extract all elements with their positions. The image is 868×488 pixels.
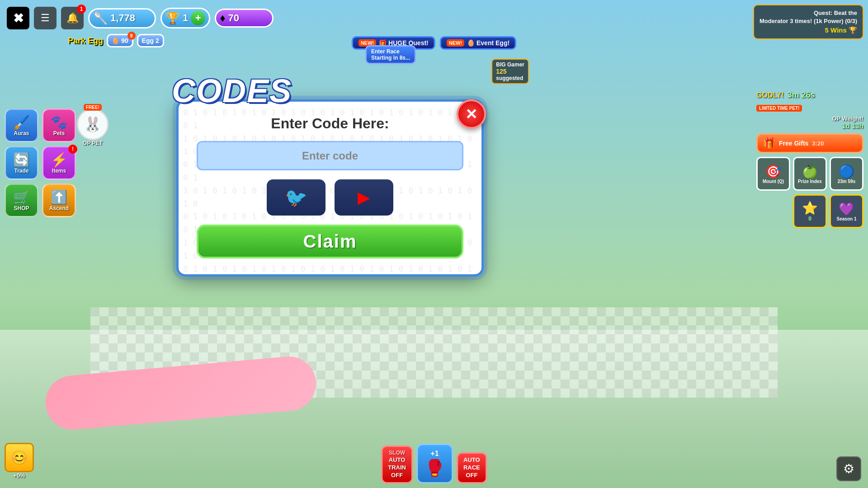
- roblox-logo: ✖: [7, 7, 29, 29]
- prize-timer-label: 23m 59s: [838, 179, 855, 184]
- shop-label: SHOP: [14, 205, 29, 211]
- notification-badge: 1: [77, 5, 86, 14]
- social-buttons: 🐦 ▶: [267, 179, 393, 216]
- items-button[interactable]: ⚡ Items !: [42, 146, 76, 180]
- pets-button[interactable]: 🐾 Pets: [42, 108, 76, 142]
- ascend-label: Ascend: [49, 205, 69, 211]
- trophy-value: 1: [183, 12, 188, 24]
- event-egg-label: 🥚 Event Egg!: [467, 39, 509, 47]
- op-pet-free-badge: FREE!: [84, 104, 102, 111]
- slow-auto-train-button[interactable]: SLOW AUTO TRAIN OFF: [381, 446, 413, 483]
- op-pet-label: OP PET: [83, 140, 103, 146]
- trade-label: Trade: [14, 168, 28, 174]
- auto-race-race: RACE: [463, 464, 480, 472]
- ascend-button[interactable]: ⬆️ Ascend: [42, 183, 76, 217]
- big-gamer-panel: BIG Gamer 125 suggested: [491, 59, 529, 84]
- mount-icon: 🎯: [765, 164, 781, 179]
- event-egg-button[interactable]: NEW! 🥚 Event Egg!: [440, 36, 516, 50]
- items-label: Items: [52, 168, 66, 174]
- coins-bar: 🥄 1,778: [88, 8, 156, 28]
- season-1-icon: 💜: [839, 202, 854, 216]
- op-weight-timer: 1d 13h: [756, 122, 863, 130]
- pets-icon: 🐾: [51, 114, 67, 130]
- prize-row: 🎯 Mount (Q) 🍏 Prize Index 🔵 23m 59s: [756, 157, 863, 191]
- ascend-icon: ⬆️: [51, 189, 67, 205]
- race-line2: Starting in 8s...: [371, 55, 410, 61]
- code-input[interactable]: [197, 141, 463, 170]
- plus1-icon: 🥊: [425, 459, 445, 478]
- enter-code-label: Enter Code Here:: [271, 115, 389, 132]
- prize-timer-icon: 🔵: [839, 164, 854, 179]
- codes-title-area: CODES: [172, 72, 292, 109]
- big-gamer-label: suggested: [496, 75, 524, 81]
- prize-index-label: Prize Index: [798, 179, 822, 184]
- egg-1-badge: 9: [127, 32, 136, 40]
- egg-1-icon: 🥚: [112, 37, 119, 44]
- notification-button[interactable]: 🔔 1: [61, 7, 84, 29]
- event-egg-new-badge: NEW!: [447, 39, 464, 47]
- coins-value: 1,778: [110, 12, 135, 24]
- plus1-label: +1: [430, 450, 439, 458]
- top-hud: ✖ ☰ 🔔 1 🥄 1,778 🏆 1 + ♦ 70: [0, 0, 868, 36]
- slow-label: SLOW: [388, 450, 406, 457]
- free-gifts-button[interactable]: 🎁 Free Gifts 3:20: [756, 133, 863, 153]
- menu-button[interactable]: ☰: [34, 7, 57, 29]
- big-gamer-name: BIG Gamer: [496, 61, 524, 68]
- codes-title: CODES: [172, 73, 292, 109]
- settings-icon: ⚙: [843, 461, 854, 476]
- right-panel: GODLY! 3m 26s LIMTED TIME PET! OP Weight…: [756, 90, 863, 228]
- prize-index-icon: 🍏: [802, 164, 818, 179]
- godly-timer: GODLY! 3m 26s: [756, 90, 863, 100]
- auto-label: AUTO: [388, 456, 406, 464]
- egg-item-1[interactable]: 🥚 90 9: [107, 34, 133, 47]
- season-1[interactable]: 💜 Season 1: [830, 194, 863, 228]
- youtube-icon: ▶: [358, 188, 370, 207]
- auto-race-auto: AUTO: [463, 456, 480, 464]
- park-eggs: Park Egg 🥚 90 9 Egg 2: [68, 34, 164, 47]
- left-sidebar: 🖌️ Auras 🐾 Pets 🔄 Trade ⚡ Items ! 🛒 SHOP…: [5, 108, 76, 217]
- limited-badge: LIMTED TIME PET!: [756, 103, 863, 112]
- avatar-percent: +0%: [5, 472, 34, 479]
- godly-timer-value: 3m 26s: [788, 90, 815, 100]
- auras-button[interactable]: 🖌️ Auras: [5, 108, 38, 142]
- trade-icon: 🔄: [13, 152, 30, 168]
- quest-sub: Moderator 3 times! (1k Power) (0/3): [760, 17, 857, 25]
- big-gamer-score: 125: [496, 68, 524, 75]
- auras-icon: 🖌️: [13, 114, 30, 130]
- gem-icon: ♦: [220, 12, 225, 24]
- gift-timer: 3:20: [812, 140, 824, 147]
- quest-text: Quest: Beat the: [760, 9, 857, 17]
- race-line1: Enter Race: [371, 48, 410, 55]
- trophy-icon: 🏆: [165, 11, 180, 25]
- season-star-icon: ⭐: [802, 201, 818, 216]
- twitter-button[interactable]: 🐦: [267, 179, 326, 216]
- codes-modal: CODES 0 1 0 1 0 1 0 1 0 1 0 1 0 1 0 1 0 …: [176, 99, 484, 277]
- shop-button[interactable]: 🛒 SHOP: [5, 183, 38, 217]
- twitter-icon: 🐦: [285, 187, 307, 208]
- season-stars[interactable]: ⭐ 0: [793, 194, 827, 228]
- season-row: ⭐ 0 💜 Season 1: [756, 194, 863, 228]
- season-star-count: 0: [808, 216, 811, 222]
- op-weight-panel: OP Weight! 1d 13h: [756, 115, 863, 130]
- bottom-center-buttons: SLOW AUTO TRAIN OFF +1 🥊 AUTO RACE OFF: [381, 444, 487, 483]
- settings-button[interactable]: ⚙: [836, 456, 861, 481]
- trade-button[interactable]: 🔄 Trade: [5, 146, 38, 180]
- plus1-button[interactable]: +1 🥊: [416, 444, 453, 483]
- youtube-button[interactable]: ▶: [335, 179, 393, 216]
- trophies-plus-button[interactable]: +: [191, 11, 205, 25]
- claim-button[interactable]: Claim: [197, 225, 463, 258]
- train-label: TRAIN: [388, 464, 406, 472]
- park-egg-label: Park Egg: [68, 36, 103, 46]
- coins-icon: 🥄: [93, 11, 108, 25]
- prize-timer[interactable]: 🔵 23m 59s: [830, 157, 863, 191]
- egg-item-2[interactable]: Egg 2: [137, 34, 164, 47]
- op-pet-panel[interactable]: 🐰 OP PET FREE!: [77, 108, 108, 146]
- trophy-bar: 🏆 1 +: [160, 8, 210, 28]
- godly-label: GODLY!: [756, 91, 784, 99]
- items-badge: !: [68, 145, 77, 154]
- prize-index[interactable]: 🍏 Prize Index: [793, 157, 827, 191]
- auto-race-button[interactable]: AUTO RACE OFF: [457, 452, 487, 483]
- bottom-avatar: 😊 +0%: [5, 443, 34, 479]
- op-weight-label: OP Weight!: [756, 115, 863, 122]
- mount-prize[interactable]: 🎯 Mount (Q): [756, 157, 790, 191]
